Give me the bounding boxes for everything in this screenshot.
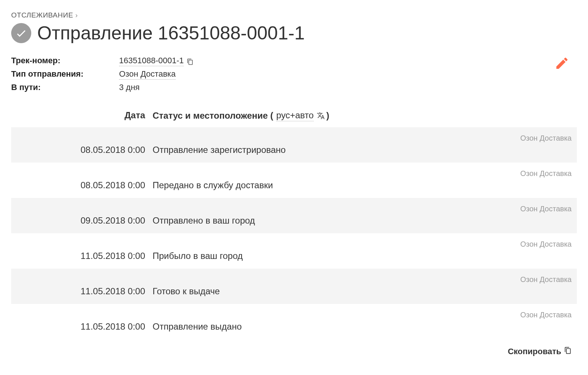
chevron-right-icon: › bbox=[76, 12, 78, 19]
track-number-text[interactable]: 16351088-0001-1 bbox=[119, 56, 184, 66]
copy-all-label: Скопировать bbox=[508, 347, 561, 356]
shipment-details: Трек-номер: 16351088-0001-1 Тип отправле… bbox=[11, 56, 194, 92]
tracking-row: 08.05.2018 0:00 Озон Доставка Отправлени… bbox=[11, 127, 577, 163]
event-date: 11.05.2018 0:00 bbox=[11, 321, 153, 332]
event-carrier: Озон Доставка bbox=[153, 275, 577, 284]
breadcrumb: ОТСЛЕЖИВАНИЕ › bbox=[11, 11, 577, 19]
transit-time-text: 3 дня bbox=[119, 83, 140, 92]
event-date: 09.05.2018 0:00 bbox=[11, 215, 153, 226]
translate-icon[interactable] bbox=[317, 112, 325, 120]
copy-icon[interactable] bbox=[187, 58, 194, 64]
shipment-type-text[interactable]: Озон Доставка bbox=[119, 69, 176, 80]
check-circle-icon bbox=[11, 23, 31, 43]
edit-button[interactable] bbox=[555, 56, 569, 72]
copy-icon bbox=[564, 347, 572, 356]
event-carrier: Озон Доставка bbox=[153, 311, 577, 319]
event-carrier: Озон Доставка bbox=[153, 240, 577, 249]
track-number-label: Трек-номер: bbox=[11, 56, 119, 66]
shipment-type-label: Тип отправления: bbox=[11, 69, 119, 80]
tracking-row: 11.05.2018 0:00 Озон Доставка Прибыло в … bbox=[11, 233, 577, 269]
tracking-table-header: Дата Статус и местоположение ( рус+авто … bbox=[11, 110, 577, 127]
shipment-type-value: Озон Доставка bbox=[119, 69, 194, 80]
breadcrumb-tracking-link[interactable]: ОТСЛЕЖИВАНИЕ bbox=[11, 11, 73, 19]
copy-all-button[interactable]: Скопировать bbox=[11, 339, 577, 356]
tracking-row: 08.05.2018 0:00 Озон Доставка Передано в… bbox=[11, 163, 577, 198]
page-title: Отправление 16351088-0001-1 bbox=[37, 22, 305, 44]
language-toggle[interactable]: рус+авто bbox=[276, 110, 313, 121]
event-carrier: Озон Доставка bbox=[153, 205, 577, 213]
event-date: 08.05.2018 0:00 bbox=[11, 145, 153, 155]
date-column-header: Дата bbox=[11, 110, 153, 121]
transit-time-value: 3 дня bbox=[119, 83, 194, 92]
event-status: Отправление выдано bbox=[153, 321, 577, 332]
event-status: Отправлено в ваш город bbox=[153, 215, 577, 226]
page-title-row: Отправление 16351088-0001-1 bbox=[11, 22, 577, 44]
event-carrier: Озон Доставка bbox=[153, 134, 577, 142]
track-number-value: 16351088-0001-1 bbox=[119, 56, 194, 66]
tracking-row: 11.05.2018 0:00 Озон Доставка Отправлени… bbox=[11, 304, 577, 339]
event-status: Отправление зарегистрировано bbox=[153, 145, 577, 155]
tracking-row: 09.05.2018 0:00 Озон Доставка Отправлено… bbox=[11, 198, 577, 233]
event-date: 08.05.2018 0:00 bbox=[11, 180, 153, 190]
status-column-header: Статус и местоположение ( рус+авто ) bbox=[153, 110, 577, 121]
event-status: Передано в службу доставки bbox=[153, 180, 577, 190]
tracking-row: 11.05.2018 0:00 Озон Доставка Готово к в… bbox=[11, 269, 577, 304]
event-status: Готово к выдаче bbox=[153, 286, 577, 297]
event-date: 11.05.2018 0:00 bbox=[11, 251, 153, 261]
event-carrier: Озон Доставка bbox=[153, 169, 577, 178]
event-status: Прибыло в ваш город bbox=[153, 251, 577, 261]
event-date: 11.05.2018 0:00 bbox=[11, 286, 153, 297]
transit-time-label: В пути: bbox=[11, 83, 119, 92]
